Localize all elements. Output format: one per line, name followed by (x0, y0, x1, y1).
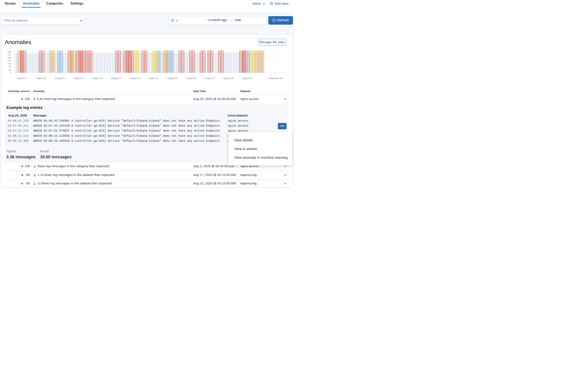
svg-text:10k: 10k (8, 57, 11, 59)
svg-text:August 15: August 15 (92, 77, 103, 80)
svg-text:August 17: August 17 (111, 77, 121, 80)
svg-text:August 21: August 21 (148, 77, 159, 80)
svg-text:0: 0 (10, 71, 11, 74)
svg-text:August 25: August 25 (186, 77, 196, 80)
svg-text:August 31: August 31 (242, 77, 252, 80)
svg-text:2k: 2k (9, 69, 11, 71)
svg-text:August 09: August 09 (36, 77, 46, 80)
svg-text:12k: 12k (8, 53, 11, 56)
svg-text:August 11: August 11 (55, 77, 65, 80)
svg-text:8k: 8k (9, 60, 11, 62)
svg-text:14k: 14k (8, 50, 11, 53)
svg-text:August 27: August 27 (205, 77, 215, 80)
svg-text:4k: 4k (9, 65, 11, 68)
svg-text:August 19: August 19 (130, 77, 140, 80)
svg-text:6k: 6k (9, 62, 11, 65)
svg-text:August 07: August 07 (17, 77, 27, 80)
svg-text:August 23: August 23 (167, 77, 177, 80)
svg-text:August 13: August 13 (74, 77, 84, 80)
svg-text:September 03: September 03 (269, 77, 283, 80)
svg-text:August 29: August 29 (224, 77, 234, 80)
